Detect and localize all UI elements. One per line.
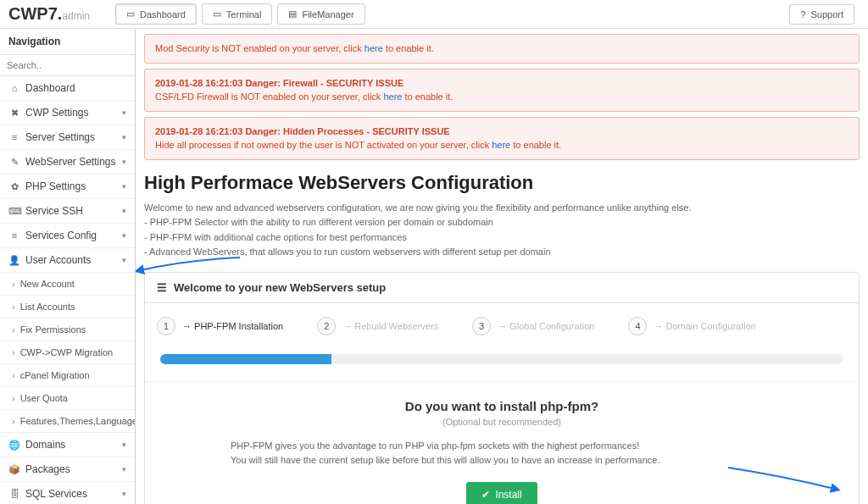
nav-icon: ✖ [8, 108, 20, 119]
nav-icon: 🗄 [8, 489, 20, 499]
dashboard-button[interactable]: ▭ Dashboard [115, 3, 197, 25]
support-button[interactable]: ? Support [789, 4, 854, 25]
nav-icon: 📦 [8, 464, 20, 475]
brand-main: CWP7. [8, 4, 62, 23]
step-number: 4 [628, 317, 647, 335]
sidebar-subitem[interactable]: Fix Permissions [0, 318, 135, 341]
progress-bar [160, 354, 331, 364]
alert-title: 2019-01-28 16:21:03 Danger: Hidden Proce… [155, 125, 849, 139]
step-number: 2 [317, 317, 336, 335]
desc-line: You will still have the current setup li… [231, 453, 773, 468]
alert-body: Mod Security is NOT enabled on your serv… [155, 42, 849, 56]
search-input[interactable] [0, 55, 135, 76]
main-content: Mod Security is NOT enabled on your serv… [136, 29, 868, 504]
sidebar: Navigation ⌂Dashboard✖CWP Settings▾≡Serv… [0, 29, 136, 504]
alert-link[interactable]: here [383, 91, 402, 102]
chevron-down-icon: ▾ [122, 108, 126, 117]
sidebar-item[interactable]: 👤User Accounts▾ [0, 248, 135, 273]
chevron-down-icon: ▾ [122, 207, 126, 215]
nav-label: WebServer Settings [25, 156, 116, 168]
wizard-step[interactable]: 3→ Global Configuration [472, 317, 594, 335]
wizard-step[interactable]: 2→ Rebuild Webservers [317, 317, 438, 335]
nav-icon: 🌐 [8, 440, 20, 451]
terminal-icon: ▭ [213, 8, 221, 19]
alert-link[interactable]: here [492, 140, 510, 150]
support-label: Support [810, 9, 843, 19]
intro-bullet: - Advanced WebServers, that allows you t… [144, 245, 860, 260]
question-heading: Do you want to install php-fpm? [170, 399, 833, 413]
alert-title: 2019-01-28 16:21:03 Danger: Firewall - S… [155, 76, 849, 91]
nav-label: Dashboard [25, 82, 75, 94]
page-intro: Welcome to new and advanced webservers c… [144, 201, 860, 260]
wizard-header: ☰ Welcome to your new WebServers setup [145, 273, 859, 303]
sidebar-item[interactable]: 🌐Domains▾ [0, 433, 135, 457]
desc-line: PHP-FPM gives you the advantage to run P… [231, 439, 773, 454]
alert-body: CSF/LFD Firewall is NOT enabled on your … [155, 90, 849, 104]
nav-label: CWP Settings [25, 107, 88, 119]
install-button[interactable]: ✔ Install [466, 482, 537, 504]
chevron-down-icon: ▾ [122, 256, 126, 264]
sidebar-subitem[interactable]: New Account [0, 273, 135, 296]
nav-icon: 👤 [8, 255, 20, 266]
alert-box: 2019-01-28 16:21:03 Danger: Hidden Proce… [144, 117, 860, 160]
sidebar-item[interactable]: 🗄SQL Services▾ [0, 482, 135, 504]
chevron-down-icon: ▾ [122, 158, 126, 166]
filemanager-button[interactable]: ▤ FileManager [277, 3, 364, 25]
chevron-down-icon: ▾ [122, 490, 126, 498]
dashboard-label: Dashboard [140, 9, 186, 19]
sidebar-item[interactable]: ≡Server Settings▾ [0, 125, 135, 150]
sidebar-item[interactable]: ✖CWP Settings▾ [0, 101, 135, 125]
wizard-step[interactable]: 4→ Domain Configuration [628, 317, 755, 335]
install-label: Install [495, 489, 521, 501]
sidebar-item[interactable]: 📦Packages▾ [0, 457, 135, 482]
step-label: → Rebuild Webservers [342, 321, 438, 331]
chevron-down-icon: ▾ [122, 182, 126, 191]
sidebar-subitem[interactable]: Features,Themes,Languages [0, 410, 135, 433]
wizard-steps: 1→ PHP-FPM Installation2→ Rebuild Webser… [145, 303, 859, 354]
nav-icon: ✎ [8, 157, 20, 168]
chevron-down-icon: ▾ [122, 440, 126, 449]
wizard-header-label: Welcome to your new WebServers setup [174, 281, 386, 294]
folder-icon: ▤ [288, 8, 297, 19]
chevron-down-icon: ▾ [122, 231, 126, 240]
sidebar-item[interactable]: ≡Services Config▾ [0, 224, 135, 248]
terminal-button[interactable]: ▭ Terminal [202, 3, 273, 25]
alert-link[interactable]: here [364, 43, 383, 53]
nav-label: Services Config [25, 230, 97, 241]
chevron-down-icon: ▾ [122, 465, 126, 474]
sidebar-subitem[interactable]: CWP->CWP Migration [0, 341, 135, 364]
sidebar-item[interactable]: ⌂Dashboard [0, 76, 135, 101]
sidebar-subitem[interactable]: cPanel Migration [0, 364, 135, 387]
step-label: → Domain Configuration [654, 321, 755, 331]
sliders-icon: ☰ [157, 281, 167, 294]
alert-body: Hide all processes if not owned by the u… [155, 138, 849, 152]
terminal-label: Terminal [226, 9, 262, 19]
sidebar-item[interactable]: ✎WebServer Settings▾ [0, 150, 135, 174]
nav-icon: ≡ [8, 132, 20, 142]
step-label: → Global Configuration [498, 321, 594, 331]
wizard-panel: ☰ Welcome to your new WebServers setup 1… [144, 272, 860, 504]
sidebar-subitem[interactable]: User Quota [0, 387, 135, 410]
alert-box: Mod Security is NOT enabled on your serv… [144, 34, 860, 64]
question-optional: (Optional but recommended) [170, 417, 833, 427]
page-title: High Performace WebServers Configuration [144, 172, 860, 194]
intro-bullet: - PHP-FPM with additional cache options … [144, 230, 860, 246]
filemanager-label: FileManager [302, 9, 353, 19]
wizard-question: Do you want to install php-fpm? (Optiona… [145, 381, 859, 504]
question-icon: ? [800, 9, 805, 19]
step-label: → PHP-FPM Installation [182, 321, 283, 331]
nav-label: User Accounts [25, 254, 91, 266]
sidebar-item[interactable]: ⌨Service SSH▾ [0, 199, 135, 224]
intro-line: Welcome to new and advanced webservers c… [144, 201, 860, 216]
nav-label: SQL Services [25, 488, 87, 500]
nav-label: PHP Settings [25, 180, 86, 192]
sidebar-subitem[interactable]: List Accounts [0, 296, 135, 318]
wizard-step[interactable]: 1→ PHP-FPM Installation [157, 317, 283, 335]
nav-icon: ⌨ [8, 206, 20, 217]
nav-label: Server Settings [25, 131, 95, 143]
progress-bar-track [160, 354, 843, 364]
topbar: CWP7.admin ▭ Dashboard ▭ Terminal ▤ File… [0, 0, 868, 29]
chevron-down-icon: ▾ [122, 133, 126, 141]
desktop-icon: ▭ [126, 8, 135, 19]
sidebar-item[interactable]: ✿PHP Settings▾ [0, 174, 135, 199]
